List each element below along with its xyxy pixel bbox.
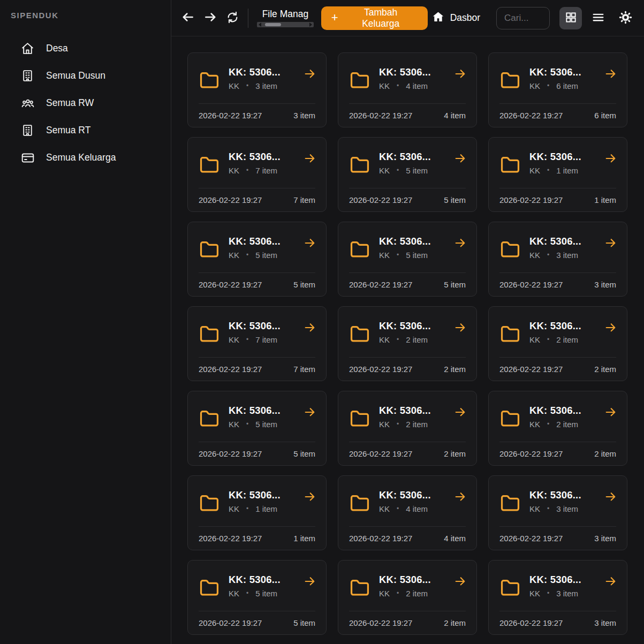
- refresh-button[interactable]: [222, 7, 244, 29]
- title-scrollbar[interactable]: [257, 22, 314, 27]
- arrow-right-icon[interactable]: [303, 321, 316, 334]
- card-title: KK: 5306...: [229, 320, 281, 332]
- sidebar-item-semua-keluarga[interactable]: Semua Keluarga: [0, 144, 171, 171]
- dot-separator-icon: •: [246, 251, 248, 259]
- card-item-count: 4 item: [406, 81, 428, 90]
- folder-card[interactable]: KK: 5306... KK • 5 item 2026-02-22 19:27…: [187, 391, 327, 466]
- card-title: KK: 5306...: [229, 574, 281, 586]
- folder-card[interactable]: KK: 5306... KK • 7 item 2026-02-22 19:27…: [187, 306, 327, 381]
- folder-card[interactable]: KK: 5306... KK • 3 item 2026-02-22 19:27…: [488, 475, 627, 550]
- folder-card[interactable]: KK: 5306... KK • 3 item 2026-02-22 19:27…: [488, 560, 627, 635]
- folder-card[interactable]: KK: 5306... KK • 5 item 2026-02-22 19:27…: [338, 137, 477, 212]
- folder-card[interactable]: KK: 5306... KK • 2 item 2026-02-22 19:27…: [338, 560, 477, 635]
- folder-card[interactable]: KK: 5306... KK • 5 item 2026-02-22 19:27…: [338, 222, 477, 297]
- sidebar-item-desa[interactable]: Desa: [0, 35, 171, 62]
- folder-card[interactable]: KK: 5306... KK • 2 item 2026-02-22 19:27…: [488, 391, 627, 466]
- folder-card[interactable]: KK: 5306... KK • 6 item 2026-02-22 19:27…: [488, 52, 627, 127]
- folder-card[interactable]: KK: 5306... KK • 2 item 2026-02-22 19:27…: [338, 391, 477, 466]
- list-view-button[interactable]: [587, 7, 609, 29]
- folder-icon: [350, 494, 370, 512]
- home-icon: [20, 41, 35, 56]
- sidebar-item-label: Semua RW: [46, 97, 94, 109]
- arrow-right-icon[interactable]: [303, 490, 316, 503]
- arrow-right-icon[interactable]: [303, 236, 316, 249]
- sidebar-item-semua-dusun[interactable]: Semua Dusun: [0, 62, 171, 89]
- folder-card[interactable]: KK: 5306... KK • 2 item 2026-02-22 19:27…: [338, 306, 477, 381]
- card-date: 2026-02-22 19:27: [199, 618, 262, 627]
- sidebar-item-semua-rt[interactable]: Semua RT: [0, 117, 171, 144]
- card-title: KK: 5306...: [379, 66, 431, 78]
- sidebar-item-semua-rw[interactable]: Semua RW: [0, 89, 171, 117]
- card-footer-item-count: 2 item: [444, 365, 466, 374]
- building-icon: [20, 69, 35, 83]
- search-input[interactable]: [496, 7, 550, 29]
- card-date: 2026-02-22 19:27: [199, 195, 262, 204]
- card-footer-item-count: 2 item: [594, 365, 616, 374]
- forward-button[interactable]: [199, 7, 222, 29]
- card-title: KK: 5306...: [529, 151, 581, 163]
- arrow-right-icon[interactable]: [303, 151, 316, 165]
- card-footer-item-count: 3 item: [293, 111, 315, 120]
- scrollbar-thumb[interactable]: [265, 23, 281, 26]
- add-button-label: Tambah Keluarga: [344, 7, 418, 29]
- arrow-right-icon[interactable]: [303, 405, 316, 419]
- back-button[interactable]: [177, 7, 199, 29]
- arrow-right-icon[interactable]: [303, 67, 316, 80]
- card-date: 2026-02-22 19:27: [499, 111, 563, 120]
- grid-view-button[interactable]: [559, 7, 582, 29]
- arrow-right-icon[interactable]: [604, 321, 617, 334]
- folder-card[interactable]: KK: 5306... KK • 4 item 2026-02-22 19:27…: [338, 475, 477, 550]
- dot-separator-icon: •: [547, 505, 549, 512]
- dashboard-link[interactable]: Dasbor: [432, 11, 480, 26]
- sidebar-nav: Desa Semua Dusun Semua RW Semua RT Semua…: [0, 35, 171, 171]
- folder-card[interactable]: KK: 5306... KK • 5 item 2026-02-22 19:27…: [187, 222, 327, 297]
- card-date: 2026-02-22 19:27: [349, 449, 412, 458]
- sidebar-item-label: Semua Dusun: [46, 70, 105, 81]
- card-date: 2026-02-22 19:27: [349, 195, 412, 204]
- arrow-right-icon[interactable]: [453, 405, 467, 419]
- card-footer-item-count: 3 item: [594, 280, 616, 289]
- hamburger-menu-icon: [592, 11, 605, 26]
- card-item-count: 3 item: [255, 81, 277, 90]
- folder-card[interactable]: KK: 5306... KK • 4 item 2026-02-22 19:27…: [338, 52, 477, 127]
- sidebar-item-label: Semua Keluarga: [46, 152, 116, 163]
- folder-card[interactable]: KK: 5306... KK • 2 item 2026-02-22 19:27…: [488, 306, 627, 381]
- folder-card[interactable]: KK: 5306... KK • 1 item 2026-02-22 19:27…: [488, 137, 627, 212]
- folder-card[interactable]: KK: 5306... KK • 7 item 2026-02-22 19:27…: [187, 137, 327, 212]
- folder-card[interactable]: KK: 5306... KK • 1 item 2026-02-22 19:27…: [187, 475, 327, 550]
- card-type: KK: [379, 166, 390, 175]
- card-title: KK: 5306...: [529, 66, 581, 78]
- card-footer-item-count: 5 item: [293, 449, 315, 458]
- arrow-right-icon[interactable]: [604, 490, 617, 503]
- arrow-right-icon[interactable]: [604, 151, 617, 165]
- card-date: 2026-02-22 19:27: [499, 365, 563, 374]
- arrow-right-icon[interactable]: [604, 574, 617, 588]
- id-card-icon: [20, 150, 35, 165]
- arrow-right-icon[interactable]: [453, 490, 467, 503]
- arrow-right-icon[interactable]: [604, 236, 617, 249]
- arrow-right-icon[interactable]: [453, 67, 467, 80]
- arrow-right-icon[interactable]: [604, 67, 617, 80]
- arrow-right-icon[interactable]: [303, 574, 316, 588]
- scroll-left-icon[interactable]: [259, 22, 261, 27]
- card-item-count: 3 item: [556, 589, 578, 598]
- card-footer-item-count: 5 item: [444, 280, 466, 289]
- folder-icon: [500, 494, 520, 512]
- dot-separator-icon: •: [547, 589, 549, 597]
- settings-button[interactable]: [615, 7, 637, 29]
- folder-icon: [500, 240, 520, 258]
- card-footer-item-count: 2 item: [444, 618, 466, 627]
- scroll-right-icon[interactable]: [309, 22, 312, 27]
- arrow-right-icon[interactable]: [453, 574, 467, 588]
- card-item-count: 2 item: [406, 420, 428, 429]
- arrow-right-icon[interactable]: [453, 151, 467, 165]
- arrow-right-icon[interactable]: [604, 405, 617, 419]
- folder-card[interactable]: KK: 5306... KK • 3 item 2026-02-22 19:27…: [488, 222, 627, 297]
- arrow-right-icon[interactable]: [453, 236, 467, 249]
- page-title: File Manag: [255, 9, 316, 20]
- folder-card[interactable]: KK: 5306... KK • 5 item 2026-02-22 19:27…: [187, 560, 327, 635]
- card-type: KK: [379, 251, 390, 260]
- tambah-keluarga-button[interactable]: + Tambah Keluarga: [321, 6, 428, 30]
- arrow-right-icon[interactable]: [453, 321, 467, 334]
- folder-card[interactable]: KK: 5306... KK • 3 item 2026-02-22 19:27…: [187, 52, 327, 127]
